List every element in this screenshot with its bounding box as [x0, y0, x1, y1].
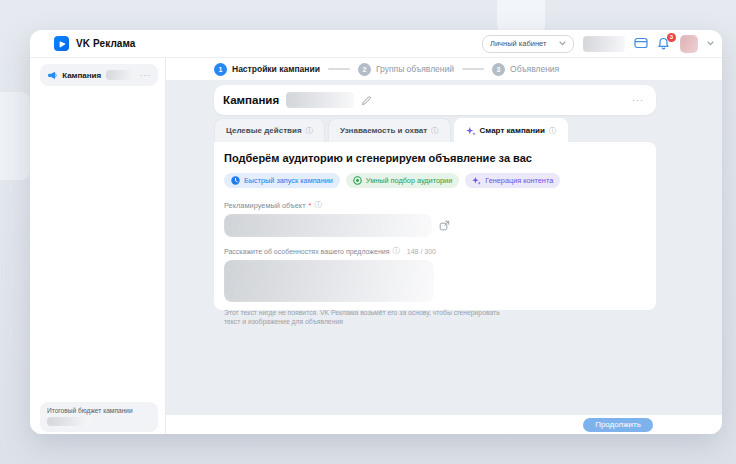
external-link-icon[interactable] — [439, 220, 450, 231]
tab-target-actions[interactable]: Целевые действия ⓘ — [214, 118, 325, 142]
advertised-object-input[interactable] — [224, 214, 432, 237]
sparkle-icon — [472, 176, 481, 185]
background-shape — [497, 0, 545, 32]
footer-bar: Продолжить — [166, 415, 722, 434]
chevron-down-icon — [559, 41, 566, 46]
badge-quick-launch: Быстрый запуск кампании — [224, 173, 340, 188]
info-icon[interactable]: ⓘ — [431, 126, 439, 136]
cabinet-select[interactable]: Личный кабинет — [482, 35, 574, 53]
feature-badges: Быстрый запуск кампании Умный подбор ауд… — [224, 173, 646, 188]
budget-value-blurred — [47, 417, 91, 426]
tab-awareness-reach[interactable]: Узнаваемость и охват ⓘ — [328, 118, 451, 142]
cabinet-select-value: Личный кабинет — [490, 39, 546, 48]
steps-bar: 1 Настройки кампании 2 Группы объявлений… — [166, 58, 722, 80]
edit-pencil-icon[interactable] — [361, 95, 372, 106]
badge-label: Быстрый запуск кампании — [244, 176, 333, 185]
field-label-text: Рекламируемый объект — [224, 201, 306, 210]
app-window: VK Реклама Личный кабинет 3 Кампания — [30, 30, 722, 434]
objective-tabs: Целевые действия ⓘ Узнаваемость и охват … — [214, 118, 656, 142]
avatar[interactable] — [680, 35, 698, 53]
char-counter: 148 / 300 — [407, 248, 436, 255]
background-shape — [0, 92, 30, 180]
vk-ads-logo-icon — [54, 36, 69, 51]
field-label-text: Расскажите об особенностях вашего предло… — [224, 248, 390, 255]
step-label: Группы объявлений — [376, 64, 454, 74]
step-connector — [462, 68, 484, 70]
continue-button[interactable]: Продолжить — [583, 418, 653, 432]
step-label: Объявления — [510, 64, 559, 74]
target-icon — [353, 176, 362, 185]
tab-label: Смарт кампании — [480, 126, 545, 135]
step-ads[interactable]: 3 Объявления — [492, 63, 559, 76]
badge-content-generation: Генерация контента — [465, 173, 560, 188]
campaign-name-blurred — [286, 92, 354, 108]
helper-text: Этот текст нигде не появится. VK Реклама… — [224, 308, 518, 326]
clock-icon — [231, 176, 240, 185]
wallet-icon[interactable] — [634, 35, 648, 53]
smart-campaign-panel: Подберём аудиторию и сгенерируем объявле… — [214, 142, 656, 310]
tab-label: Узнаваемость и охват — [340, 126, 427, 135]
notifications-badge: 3 — [667, 33, 676, 42]
step-number: 2 — [358, 63, 371, 76]
app-title: VK Реклама — [76, 38, 136, 49]
budget-label: Итоговый бюджет кампании — [47, 407, 151, 414]
tab-label: Целевые действия — [226, 126, 302, 135]
badge-smart-audience: Умный подбор аудитории — [346, 173, 459, 188]
megaphone-icon — [47, 70, 57, 81]
main-area: 1 Настройки кампании 2 Группы объявлений… — [165, 58, 722, 434]
top-header: VK Реклама Личный кабинет 3 — [30, 30, 722, 58]
info-icon[interactable]: ⓘ — [393, 246, 401, 256]
sidebar: Кампания ··· Итоговый бюджет кампании — [30, 58, 165, 434]
description-textarea[interactable] — [224, 260, 434, 302]
badge-label: Умный подбор аудитории — [366, 176, 452, 185]
balance-blurred — [583, 36, 625, 52]
sidebar-item-campaign[interactable]: Кампания ··· — [40, 64, 158, 86]
step-connector — [328, 68, 350, 70]
campaign-title-card: Кампания ··· — [214, 85, 656, 115]
card-more-icon[interactable]: ··· — [632, 95, 644, 105]
profile-chevron-icon[interactable] — [707, 41, 714, 46]
advertised-object-label: Рекламируемый объект * ⓘ — [224, 200, 646, 210]
vk-ads-logo[interactable]: VK Реклама — [54, 36, 136, 51]
step-number: 1 — [214, 63, 227, 76]
notifications-bell-icon[interactable]: 3 — [657, 37, 671, 51]
more-icon[interactable]: ··· — [140, 71, 151, 80]
step-label: Настройки кампании — [232, 64, 320, 74]
description-label: Расскажите об особенностях вашего предло… — [224, 246, 400, 256]
panel-heading: Подберём аудиторию и сгенерируем объявле… — [224, 152, 646, 164]
info-icon[interactable]: ⓘ — [549, 126, 557, 136]
required-asterisk: * — [309, 201, 312, 210]
step-number: 3 — [492, 63, 505, 76]
sparkle-icon — [466, 126, 476, 136]
tab-smart-campaigns[interactable]: Смарт кампании ⓘ — [454, 118, 569, 142]
step-ad-groups[interactable]: 2 Группы объявлений — [358, 63, 454, 76]
campaign-title: Кампания — [223, 94, 279, 106]
total-budget-box: Итоговый бюджет кампании — [40, 402, 158, 432]
info-icon[interactable]: ⓘ — [306, 126, 314, 136]
info-icon[interactable]: ⓘ — [314, 200, 322, 210]
step-campaign-settings[interactable]: 1 Настройки кампании — [214, 63, 320, 76]
badge-label: Генерация контента — [485, 176, 553, 185]
sidebar-item-label: Кампания — [62, 71, 101, 80]
campaign-name-blurred — [106, 70, 135, 80]
